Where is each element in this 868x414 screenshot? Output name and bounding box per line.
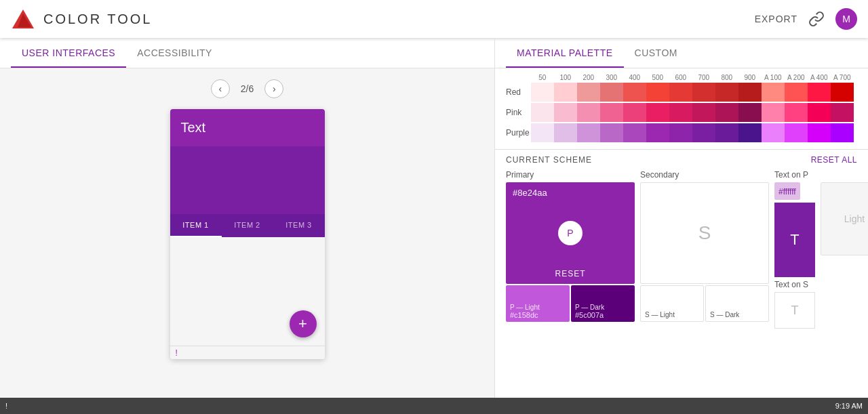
primary-p-circle[interactable]: P bbox=[558, 221, 583, 245]
color-swatch[interactable] bbox=[554, 123, 577, 142]
primary-dark-label: P — Dark bbox=[575, 304, 631, 311]
color-swatch[interactable] bbox=[785, 83, 808, 102]
app-header: COLOR TOOL EXPORT M bbox=[0, 0, 868, 38]
color-swatch[interactable] bbox=[623, 123, 646, 142]
color-swatch[interactable] bbox=[715, 123, 738, 142]
color-swatch[interactable] bbox=[831, 83, 854, 102]
color-swatch[interactable] bbox=[577, 83, 600, 102]
phone-bottom-icon: ! bbox=[176, 348, 178, 358]
primary-label: Primary bbox=[506, 170, 635, 180]
color-swatch[interactable] bbox=[600, 123, 623, 142]
shade-label: A 100 bbox=[762, 74, 785, 81]
scheme-title: CURRENT SCHEME bbox=[506, 155, 592, 165]
shade-label: A 400 bbox=[808, 74, 831, 81]
color-swatch[interactable] bbox=[554, 103, 577, 122]
color-swatch[interactable] bbox=[531, 123, 554, 142]
light-preview-box: Light bbox=[821, 182, 868, 255]
color-swatch[interactable] bbox=[646, 83, 669, 102]
header-left: COLOR TOOL bbox=[11, 7, 152, 31]
shade-label: 400 bbox=[623, 74, 646, 81]
color-swatch[interactable] bbox=[692, 123, 715, 142]
page-indicator: 2/6 bbox=[241, 83, 254, 94]
color-swatch[interactable] bbox=[646, 103, 669, 122]
palette-row-label: Purple bbox=[506, 128, 531, 138]
color-swatch[interactable] bbox=[600, 83, 623, 102]
color-swatch[interactable] bbox=[577, 123, 600, 142]
palette-row: Pink bbox=[506, 103, 857, 122]
color-swatch[interactable] bbox=[623, 103, 646, 122]
color-swatch[interactable] bbox=[623, 83, 646, 102]
primary-light-card[interactable]: P — Light #c158dc bbox=[506, 285, 570, 322]
color-swatch[interactable] bbox=[785, 103, 808, 122]
phone-tab-item3[interactable]: ITEM 3 bbox=[273, 214, 325, 237]
color-swatch[interactable] bbox=[785, 123, 808, 142]
palette-row-label: Pink bbox=[506, 108, 531, 117]
color-swatch[interactable] bbox=[808, 83, 831, 102]
left-tab-content: ‹ 2/6 › Text ITEM 1 ITEM 2 bbox=[0, 68, 494, 414]
phone-tab-item2[interactable]: ITEM 2 bbox=[222, 214, 273, 237]
color-swatch[interactable] bbox=[715, 103, 738, 122]
primary-reset-button[interactable]: RESET bbox=[555, 269, 585, 278]
color-swatch[interactable] bbox=[669, 123, 692, 142]
shade-label: A 700 bbox=[831, 74, 854, 81]
tab-material-palette[interactable]: MATERIAL PALETTE bbox=[506, 38, 624, 68]
scheme-section: CURRENT SCHEME RESET ALL Primary #8e24aa… bbox=[495, 149, 868, 334]
tab-user-interfaces[interactable]: USER INTERFACES bbox=[11, 38, 126, 68]
text-on-p-box[interactable]: T bbox=[774, 203, 815, 277]
status-bar: ! 9:19 AM bbox=[0, 398, 868, 414]
shade-header-row: 50100200300400500600700800900A 100A 200A… bbox=[506, 74, 857, 81]
color-swatch[interactable] bbox=[738, 83, 762, 102]
text-on-p-hex-badge: #ffffff bbox=[774, 182, 800, 200]
text-on-s-box[interactable]: T bbox=[774, 292, 815, 329]
tab-accessibility[interactable]: ACCESSIBILITY bbox=[126, 38, 223, 68]
secondary-light-card[interactable]: S — Light bbox=[640, 285, 704, 322]
fab-button[interactable]: + bbox=[290, 310, 317, 337]
light-preview-area: Light bbox=[821, 182, 868, 329]
color-swatch[interactable] bbox=[692, 83, 715, 102]
link-icon[interactable] bbox=[808, 11, 825, 27]
color-swatch[interactable] bbox=[715, 83, 738, 102]
secondary-sub-cards: S — Light S — Dark bbox=[640, 285, 769, 322]
color-swatch[interactable] bbox=[738, 123, 762, 142]
text-on-p-label: Text on P bbox=[774, 170, 815, 180]
secondary-dark-card[interactable]: S — Dark bbox=[705, 285, 769, 322]
prev-page-button[interactable]: ‹ bbox=[211, 79, 230, 98]
phone-body bbox=[170, 146, 325, 214]
tab-custom[interactable]: CUSTOM bbox=[624, 38, 688, 68]
color-swatch[interactable] bbox=[762, 103, 785, 122]
color-swatch[interactable] bbox=[577, 103, 600, 122]
color-swatch[interactable] bbox=[808, 103, 831, 122]
avatar[interactable]: M bbox=[835, 8, 857, 30]
primary-dark-card[interactable]: P — Dark #5c007a bbox=[571, 285, 635, 322]
color-swatch[interactable] bbox=[762, 83, 785, 102]
color-swatch[interactable] bbox=[762, 123, 785, 142]
color-swatch[interactable] bbox=[831, 103, 854, 122]
primary-color-box[interactable]: #8e24aa P RESET bbox=[506, 182, 635, 284]
secondary-s-letter: S bbox=[698, 222, 711, 244]
reset-all-button[interactable]: RESET ALL bbox=[811, 155, 857, 165]
palette-row-label: Red bbox=[506, 87, 531, 97]
shade-labels: 50100200300400500600700800900A 100A 200A… bbox=[531, 74, 854, 81]
status-time: 9:19 AM bbox=[835, 402, 863, 410]
phone-tab-item1[interactable]: ITEM 1 bbox=[170, 214, 222, 237]
color-swatch[interactable] bbox=[554, 83, 577, 102]
light-label: Light bbox=[844, 213, 865, 224]
next-page-button[interactable]: › bbox=[264, 79, 283, 98]
color-swatch[interactable] bbox=[808, 123, 831, 142]
color-swatch[interactable] bbox=[531, 103, 554, 122]
color-swatch[interactable] bbox=[600, 103, 623, 122]
color-swatch[interactable] bbox=[831, 123, 854, 142]
color-swatch[interactable] bbox=[646, 123, 669, 142]
export-button[interactable]: EXPORT bbox=[755, 14, 797, 24]
primary-hex: #8e24aa bbox=[513, 188, 547, 198]
color-swatch[interactable] bbox=[669, 103, 692, 122]
secondary-color-box[interactable]: S bbox=[640, 182, 769, 284]
shade-label: 600 bbox=[669, 74, 692, 81]
color-swatch[interactable] bbox=[531, 83, 554, 102]
color-swatch[interactable] bbox=[692, 103, 715, 122]
right-tabs: MATERIAL PALETTE CUSTOM bbox=[495, 38, 868, 68]
phone-mockup: Text ITEM 1 ITEM 2 ITEM 3 + bbox=[170, 109, 325, 359]
color-swatch[interactable] bbox=[738, 103, 762, 122]
color-swatch[interactable] bbox=[669, 83, 692, 102]
shade-label: 100 bbox=[554, 74, 577, 81]
